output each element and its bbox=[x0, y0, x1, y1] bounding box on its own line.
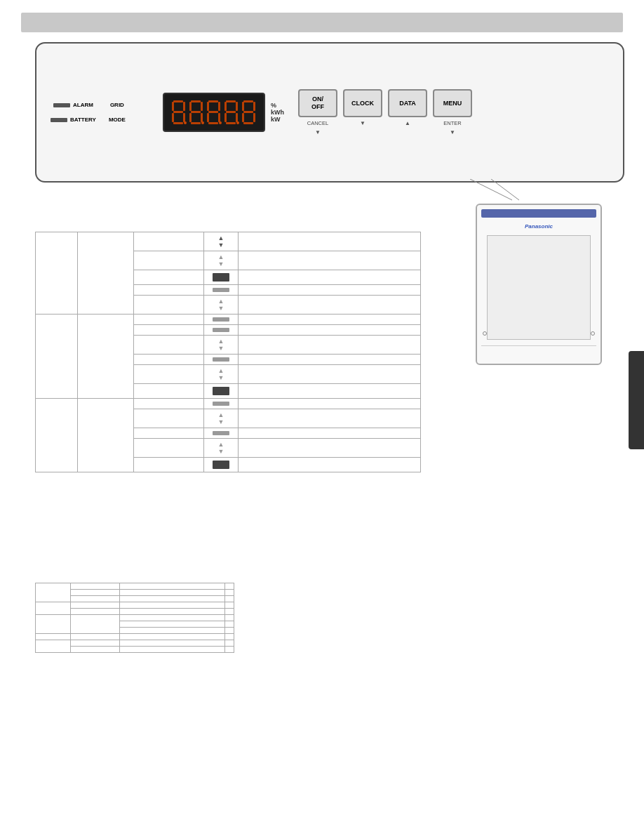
menu-arrow-indicator: ▼ bbox=[450, 129, 455, 135]
svg-rect-0 bbox=[173, 100, 183, 102]
table-cell-r8-icon: ▲ ▼ bbox=[203, 336, 239, 355]
table-cell-r4-icon bbox=[203, 285, 239, 296]
svg-rect-37 bbox=[253, 113, 255, 122]
digit-5 bbox=[241, 100, 257, 125]
table-cell-r10-col3 bbox=[133, 365, 203, 384]
table-row bbox=[36, 602, 234, 609]
battery-label: BATTERY bbox=[70, 117, 96, 123]
svg-rect-36 bbox=[242, 113, 244, 122]
mode-col: GRID MODE bbox=[109, 102, 126, 123]
lower-r8-col3 bbox=[120, 628, 225, 634]
svg-point-15 bbox=[201, 121, 204, 124]
svg-rect-5 bbox=[183, 113, 185, 122]
unit-kw: kW bbox=[271, 116, 284, 123]
table-row: ▲ ▼ bbox=[36, 232, 421, 251]
gray-block-1 bbox=[213, 288, 229, 292]
svg-rect-18 bbox=[218, 102, 220, 111]
lower-group2-col1 bbox=[36, 602, 71, 615]
gray-block-4 bbox=[213, 357, 229, 362]
svg-rect-19 bbox=[208, 111, 218, 113]
lower-r10-col4 bbox=[225, 640, 234, 647]
table-cell-group1-col2 bbox=[77, 232, 133, 315]
upper-table: ▲ ▼ ▲ ▼ bbox=[35, 232, 421, 472]
clock-button[interactable]: CLOCK bbox=[343, 89, 382, 117]
unit-percent: % bbox=[271, 102, 284, 109]
table-cell-r15-col5 bbox=[239, 439, 421, 458]
lower-r10-col2 bbox=[71, 640, 120, 647]
table-row bbox=[36, 634, 234, 640]
table-cell-r14-icon bbox=[203, 428, 239, 439]
table-cell-group3-col1 bbox=[36, 399, 78, 472]
lower-r4-col4 bbox=[225, 602, 234, 609]
digit-2 bbox=[189, 100, 204, 125]
indicator-section: ALARM BATTERY GRID MODE bbox=[51, 102, 135, 123]
enter-label: ENTER bbox=[443, 120, 461, 126]
table-cell-r5-col5 bbox=[239, 296, 421, 315]
svg-rect-12 bbox=[189, 113, 192, 122]
svg-point-23 bbox=[219, 121, 222, 124]
device-logo: Panasonic bbox=[525, 223, 553, 230]
table-cell-r8-col3 bbox=[133, 336, 203, 355]
table-cell-r7-col3 bbox=[133, 325, 203, 336]
on-off-label: ON/OFF bbox=[311, 95, 324, 111]
on-off-button[interactable]: ON/OFF bbox=[298, 89, 337, 117]
table-cell-r16-col3 bbox=[133, 458, 203, 472]
svg-rect-30 bbox=[226, 122, 236, 124]
table-row bbox=[36, 615, 234, 621]
device-top-bar bbox=[481, 209, 596, 218]
table-cell-r12-col3 bbox=[133, 399, 203, 409]
device-dot-left bbox=[483, 331, 487, 336]
table-cell-r2-col5 bbox=[239, 251, 421, 270]
table-cell-r4-col3 bbox=[133, 285, 203, 296]
table-cell-r6-col3 bbox=[133, 315, 203, 325]
svg-rect-29 bbox=[236, 113, 238, 122]
table-cell-r13-col5 bbox=[239, 409, 421, 428]
svg-rect-16 bbox=[208, 100, 218, 102]
svg-rect-25 bbox=[224, 102, 227, 111]
unit-kwh: kWh bbox=[271, 109, 284, 116]
menu-button[interactable]: MENU bbox=[433, 89, 472, 117]
svg-rect-14 bbox=[191, 122, 201, 124]
table-cell-r2-icon: ▲ ▼ bbox=[203, 251, 239, 270]
lower-r11-col4 bbox=[225, 647, 234, 653]
device-dot-right bbox=[591, 331, 595, 336]
svg-rect-34 bbox=[253, 102, 255, 111]
svg-point-7 bbox=[184, 121, 187, 124]
data-button-group: DATA ▲ bbox=[388, 89, 427, 126]
table-cell-r14-col3 bbox=[133, 428, 203, 439]
table-cell-r9-col5 bbox=[239, 355, 421, 365]
table-cell-r16-col5 bbox=[239, 458, 421, 472]
svg-rect-2 bbox=[183, 102, 185, 111]
svg-rect-32 bbox=[243, 100, 253, 102]
table-cell-r9-col3 bbox=[133, 355, 203, 365]
table-cell-r15-col3 bbox=[133, 439, 203, 458]
data-button[interactable]: DATA bbox=[388, 89, 427, 117]
lower-r5-col3 bbox=[120, 609, 225, 615]
arrows-icon-4: ▲ ▼ bbox=[208, 338, 235, 352]
svg-rect-22 bbox=[208, 122, 218, 124]
on-off-button-group: ON/OFF CANCEL ▼ bbox=[298, 89, 337, 135]
gray-block-2 bbox=[213, 317, 229, 322]
alarm-label: ALARM bbox=[73, 102, 93, 108]
clock-arrow: ▼ bbox=[360, 120, 365, 126]
table-cell-r11-col5 bbox=[239, 384, 421, 399]
digit-4 bbox=[224, 100, 239, 125]
lower-r2-col3 bbox=[120, 590, 225, 596]
lower-r3-col3 bbox=[120, 596, 225, 602]
lower-r3-col2 bbox=[71, 596, 120, 602]
svg-rect-10 bbox=[201, 102, 203, 111]
svg-rect-13 bbox=[201, 113, 203, 122]
table-cell-r11-col3 bbox=[133, 384, 203, 399]
clock-label: CLOCK bbox=[351, 100, 374, 107]
device-image: Panasonic bbox=[476, 204, 602, 365]
menu-label: MENU bbox=[443, 100, 462, 107]
table-cell-r2-col3 bbox=[133, 251, 203, 270]
lower-group1-col1 bbox=[36, 583, 71, 602]
lower-group4-col1 bbox=[36, 634, 71, 640]
table-cell-group3-col2 bbox=[77, 399, 133, 472]
battery-led bbox=[51, 118, 67, 122]
gray-block-5 bbox=[213, 402, 229, 406]
indicator-group: ALARM BATTERY GRID MODE bbox=[51, 102, 135, 123]
svg-rect-11 bbox=[191, 111, 201, 113]
table-cell-r1-col5 bbox=[239, 232, 421, 251]
